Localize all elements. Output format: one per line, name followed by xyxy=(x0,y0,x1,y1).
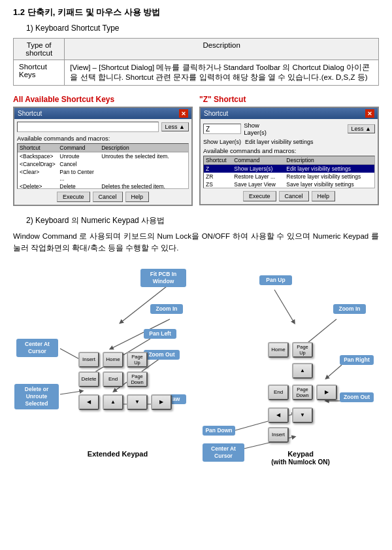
key-pagedown-right: PageDown xyxy=(292,385,313,400)
left-commands-table: Shortcut Command Description <Backspace>… xyxy=(18,144,188,189)
key-arrowup-right: ▲ xyxy=(292,363,313,379)
table-row: Shortcut Keys [View] – [Shortcut Dialog]… xyxy=(14,60,379,86)
left-dialog-section: All Available Shortcut Keys Shortcut ✕ L… xyxy=(13,95,193,206)
right-cancel-button[interactable]: Cancel xyxy=(279,191,309,201)
left-shortcut-input[interactable] xyxy=(17,122,159,132)
left-available-label: Available commands and macros: xyxy=(17,135,189,142)
left-col-desc: Description xyxy=(99,144,188,152)
key-insert-right: Insert xyxy=(268,427,289,443)
table-row[interactable]: ZRRestore Layer ...Restore layer visibil… xyxy=(204,173,374,180)
label-center-at-cursor-left: Center AtCursor xyxy=(16,339,58,357)
key-delete-left: Delete xyxy=(78,371,99,387)
left-help-button[interactable]: Help xyxy=(125,192,150,202)
left-cancel-button[interactable]: Cancel xyxy=(93,192,123,202)
left-less-button[interactable]: Less ▲ xyxy=(161,122,189,131)
label-zoom-in-right: Zoom In xyxy=(333,304,366,314)
right-dialog-titlebar: Shortcut ✕ xyxy=(201,108,378,119)
svg-line-9 xyxy=(327,365,342,378)
label-zoom-in-left: Zoom In xyxy=(150,304,183,314)
right-dialog-body: Show Layer(s) Less ▲ Show Layer(s) Edit … xyxy=(201,119,378,204)
label-pan-up: Pan Up xyxy=(259,275,292,285)
left-table-wrapper: Shortcut Command Description <Backspace>… xyxy=(17,143,189,189)
left-dialog-label: All Available Shortcut Keys xyxy=(13,95,193,104)
table-header-type: Type of shortcut xyxy=(14,39,65,60)
right-execute-button[interactable]: Execute xyxy=(243,191,276,201)
section2-paragraph: Window Command 로 사용되며 키보드의 Num Lock을 ON/… xyxy=(13,230,379,254)
left-dialog-body: Less ▲ Available commands and macros: Sh… xyxy=(14,119,191,205)
right-col-desc: Description xyxy=(284,156,374,165)
left-execute-button[interactable]: Execute xyxy=(57,192,90,202)
right-dialog-buttons: Execute Cancel Help xyxy=(203,191,375,201)
label-center-at-cursor-right: Center AtCursor xyxy=(203,443,244,462)
subsection1-title: 1) Keyboard Shortcut Type xyxy=(26,24,379,33)
key-end-right: End xyxy=(268,385,289,400)
right-available-label: Available commands and macros: xyxy=(203,147,375,154)
key-arrowdown-right: ▼ xyxy=(292,407,313,423)
table-row[interactable]: ZSSave Layer ViewSave layer visibility s… xyxy=(204,180,374,188)
right-table-wrapper: Shortcut Command Description ZShow Layer… xyxy=(203,156,375,188)
left-dialog-title: Shortcut xyxy=(18,110,42,117)
arrows-svg xyxy=(13,264,379,466)
right-input-row: Show Layer(s) Less ▲ xyxy=(203,122,375,136)
label-keypad: Keypad xyxy=(261,450,340,458)
label-extended-keypad: Extended Keypad xyxy=(78,450,157,458)
left-col-shortcut: Shortcut xyxy=(18,144,57,152)
left-dialog-buttons: Execute Cancel Help xyxy=(17,192,189,202)
key-pagedown-left: PageDown xyxy=(127,371,148,387)
shortcut-type-table: Type of shortcut Description Shortcut Ke… xyxy=(13,38,379,86)
table-row[interactable]: <CancelDrag>Cancel xyxy=(18,160,188,168)
svg-line-5 xyxy=(60,391,82,394)
key-home-right: Home xyxy=(268,342,289,358)
right-show-layers-label: Show Layer(s) xyxy=(203,139,241,145)
right-help-button[interactable]: Help xyxy=(312,191,336,201)
svg-line-7 xyxy=(274,290,294,322)
label-pan-left: Pan Left xyxy=(144,329,176,339)
right-shortcut-input[interactable] xyxy=(203,124,241,134)
keypad-diagram: Center AtCursor Fit PCB InWindow Zoom In… xyxy=(13,264,379,466)
key-arrowleft-right: ◀ xyxy=(268,407,289,423)
table-row[interactable]: <Delete>DeleteDeletes the selected item. xyxy=(18,182,188,189)
right-commands-table: Shortcut Command Description ZShow Layer… xyxy=(204,156,374,188)
section-title: 1.2 단축키, 키패드 및 마우스 사용 방법 xyxy=(13,7,379,18)
key-insert-left: Insert xyxy=(78,352,99,368)
label-fit-pcb: Fit PCB InWindow xyxy=(140,269,186,287)
key-arrowright-left: ▶ xyxy=(151,394,172,410)
key-arrowleft-left: ◀ xyxy=(78,394,99,410)
label-pan-right: Pan Right xyxy=(340,355,374,365)
left-input-row: Less ▲ xyxy=(17,122,189,132)
key-pageup-right: PageUp xyxy=(292,342,313,358)
label-numlock: (with Numlock ON) xyxy=(255,458,346,466)
table-header-desc: Description xyxy=(65,39,379,60)
table-row[interactable]: <Clear>Pan to Center ... xyxy=(18,168,188,182)
right-col-command: Command xyxy=(232,156,284,165)
label-zoom-out-left: Zoom Out xyxy=(144,350,180,360)
left-col-command: Command xyxy=(57,144,99,152)
left-dialog-close-button[interactable]: ✕ xyxy=(179,109,188,118)
section2-title: 2) Keyboard 의 Numeric Keypad 사용법 xyxy=(26,215,379,226)
right-dialog-section: "Z" Shortcut Shortcut ✕ Show Layer(s) Le… xyxy=(199,95,379,205)
right-col-shortcut: Shortcut xyxy=(204,156,232,165)
left-dialog-box: Shortcut ✕ Less ▲ Available commands and… xyxy=(13,107,193,206)
right-dialog-close-button[interactable]: ✕ xyxy=(365,109,374,118)
table-row[interactable]: <Backspace>UnrouteUnroutes the selected … xyxy=(18,152,188,161)
key-end-left: End xyxy=(103,371,123,387)
key-arrowdown-left: ▼ xyxy=(127,394,148,410)
label-pan-down: Pan Down xyxy=(203,426,235,436)
right-edit-visibility-label: Edit layer visibility settings xyxy=(245,139,314,145)
key-arrowright-right: ▶ xyxy=(316,385,337,400)
dialogs-container: All Available Shortcut Keys Shortcut ✕ L… xyxy=(13,95,379,206)
right-dialog-title: Shortcut xyxy=(204,110,228,117)
table-row[interactable]: ZShow Layers(s)Edit layer visibility set… xyxy=(204,165,374,173)
left-dialog-titlebar: Shortcut ✕ xyxy=(14,108,191,119)
right-dialog-label: "Z" Shortcut xyxy=(199,95,379,104)
label-zoom-out-right: Zoom Out xyxy=(340,392,374,402)
right-less-button[interactable]: Less ▲ xyxy=(348,124,375,133)
right-show-label: Show Layer(s) xyxy=(244,122,276,136)
right-show-edit-row: Show Layer(s) Edit layer visibility sett… xyxy=(203,139,375,145)
table-cell-type: Shortcut Keys xyxy=(14,60,65,86)
right-dialog-box: Shortcut ✕ Show Layer(s) Less ▲ Show Lay… xyxy=(199,107,379,205)
key-home-left: Home xyxy=(103,352,123,368)
label-delete-unroute: Delete orUnrouteSelected xyxy=(14,384,59,409)
key-pageup-left: PageUp xyxy=(127,352,148,368)
key-arrowup-left: ▲ xyxy=(103,394,123,410)
